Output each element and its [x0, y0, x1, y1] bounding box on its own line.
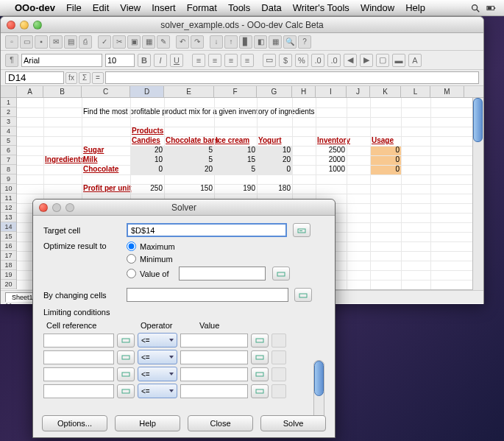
paste-icon[interactable]: ▦: [142, 35, 155, 49]
formula-input[interactable]: [105, 71, 479, 84]
cell-D6[interactable]: 20: [130, 146, 164, 155]
menu-writers[interactable]: Writer's Tools: [293, 2, 349, 13]
print-icon[interactable]: ⎙: [79, 35, 92, 49]
col-header-I[interactable]: I: [316, 86, 347, 97]
sort-desc-icon[interactable]: ↑: [224, 35, 238, 49]
opt-max-radio[interactable]: Maximum: [127, 241, 290, 251]
cond-val-shrink-1-icon[interactable]: [251, 350, 269, 364]
cond-val-0[interactable]: [180, 334, 248, 347]
cell-F8[interactable]: 5: [214, 165, 257, 174]
spellcheck-icon[interactable]: ✓: [98, 35, 111, 49]
changing-cells-input[interactable]: [127, 288, 288, 302]
formula-accept-icon[interactable]: =: [92, 72, 104, 84]
cond-op-0[interactable]: <=: [138, 333, 177, 347]
cond-val-shrink-2-icon[interactable]: [251, 367, 269, 381]
cell-G5[interactable]: Yogurt: [257, 136, 292, 146]
col-header-J[interactable]: J: [347, 86, 370, 97]
vertical-scrollbar[interactable]: [472, 98, 483, 291]
cell-K5[interactable]: Usage: [370, 136, 401, 146]
cond-val-3[interactable]: [180, 384, 248, 398]
zoom-window-icon[interactable]: [33, 21, 42, 29]
cond-del-1-icon[interactable]: [271, 350, 286, 364]
cell-G6[interactable]: 10: [257, 146, 292, 155]
gallery-icon[interactable]: ▦: [269, 35, 282, 49]
cond-del-3-icon[interactable]: [271, 384, 286, 398]
fontcolor-icon[interactable]: A: [408, 54, 422, 67]
chart-icon[interactable]: ▊: [239, 35, 252, 49]
cond-ref-shrink-1-icon[interactable]: [117, 350, 135, 364]
cell-E7[interactable]: 5: [164, 155, 214, 165]
menu-data[interactable]: Data: [261, 2, 281, 13]
zoom-icon[interactable]: 🔍: [283, 35, 297, 49]
cell-E10[interactable]: 150: [164, 184, 214, 194]
copy-icon[interactable]: ▣: [127, 35, 141, 49]
cell-E8[interactable]: 20: [164, 165, 214, 174]
opt-min-radio[interactable]: Minimum: [127, 254, 290, 264]
decimal-del-icon[interactable]: .0: [327, 54, 341, 67]
col-header-B[interactable]: B: [43, 86, 82, 97]
indent-inc-icon[interactable]: ▶: [360, 54, 373, 67]
cell-D4[interactable]: [130, 127, 164, 136]
border-icon[interactable]: ▢: [376, 54, 389, 67]
target-shrink-icon[interactable]: [293, 223, 310, 237]
cut-icon[interactable]: ✂: [113, 35, 126, 49]
cond-op-3[interactable]: <=: [138, 384, 177, 398]
cell-K7[interactable]: 0: [370, 155, 401, 165]
cell-F10[interactable]: 190: [214, 184, 257, 194]
font-name-combo[interactable]: [21, 54, 102, 67]
menu-file[interactable]: File: [66, 2, 82, 13]
decimal-add-icon[interactable]: .0: [311, 54, 324, 67]
align-right-icon[interactable]: ≡: [224, 54, 238, 67]
menu-insert[interactable]: Insert: [152, 2, 176, 13]
opt-value-input[interactable]: [179, 267, 266, 281]
cell-D8[interactable]: 0: [130, 165, 164, 174]
font-size-combo[interactable]: [105, 54, 135, 67]
row-header-16[interactable]: 16: [1, 241, 16, 251]
menu-tools[interactable]: Tools: [228, 2, 250, 13]
target-cell-input[interactable]: [127, 223, 287, 237]
mail-icon[interactable]: ✉: [49, 35, 63, 49]
menu-format[interactable]: Format: [187, 2, 217, 13]
row-header-8[interactable]: 8: [1, 165, 16, 174]
col-header-K[interactable]: K: [370, 86, 401, 97]
row-header-2[interactable]: 2: [1, 107, 16, 117]
row-header-6[interactable]: 6: [1, 146, 16, 155]
cond-del-0-icon[interactable]: [271, 334, 286, 347]
row-header-1[interactable]: 1: [1, 98, 16, 107]
cond-val-shrink-0-icon[interactable]: [251, 334, 269, 347]
menu-help[interactable]: Help: [405, 2, 425, 13]
cell-C6[interactable]: Sugar: [82, 146, 130, 155]
cell-C2[interactable]: Find the most profitable product mix for…: [82, 107, 370, 117]
row-header-12[interactable]: 12: [1, 203, 16, 213]
cond-val-shrink-3-icon[interactable]: [251, 384, 269, 398]
row-header-10[interactable]: 10: [1, 184, 16, 194]
col-header-G[interactable]: G: [257, 86, 292, 97]
cond-ref-shrink-3-icon[interactable]: [117, 384, 135, 398]
close-button[interactable]: Close: [188, 415, 253, 431]
changing-shrink-icon[interactable]: [294, 288, 312, 302]
options-button[interactable]: Options...: [42, 415, 107, 431]
cell-I5[interactable]: Inventory: [316, 136, 347, 146]
col-header-H[interactable]: H: [292, 86, 316, 97]
opt-value-shrink-icon[interactable]: [272, 267, 290, 281]
col-header-C[interactable]: C: [82, 86, 130, 97]
row-header-3[interactable]: 3: [1, 117, 16, 127]
col-header-F[interactable]: F: [214, 86, 257, 97]
cell-K8[interactable]: 0: [370, 165, 401, 174]
select-all-corner[interactable]: [1, 86, 17, 97]
dialog-close-icon[interactable]: [39, 203, 48, 212]
pdf-icon[interactable]: ▤: [64, 35, 77, 49]
align-left-icon[interactable]: ≡: [192, 54, 205, 67]
col-header-E[interactable]: E: [164, 86, 214, 97]
undo-icon[interactable]: ↶: [176, 35, 189, 49]
menu-app[interactable]: OOo-dev: [15, 2, 55, 13]
save-icon[interactable]: ▪: [35, 35, 48, 49]
cell-D7[interactable]: 10: [130, 155, 164, 165]
cond-ref-0[interactable]: [43, 334, 114, 347]
menu-edit[interactable]: Edit: [93, 2, 109, 13]
row-header-17[interactable]: 17: [1, 251, 16, 261]
bold-icon[interactable]: B: [138, 54, 151, 67]
cell-B7[interactable]: Ingredients: [43, 155, 82, 165]
help-icon[interactable]: ?: [298, 35, 311, 49]
sort-asc-icon[interactable]: ↓: [210, 35, 223, 49]
